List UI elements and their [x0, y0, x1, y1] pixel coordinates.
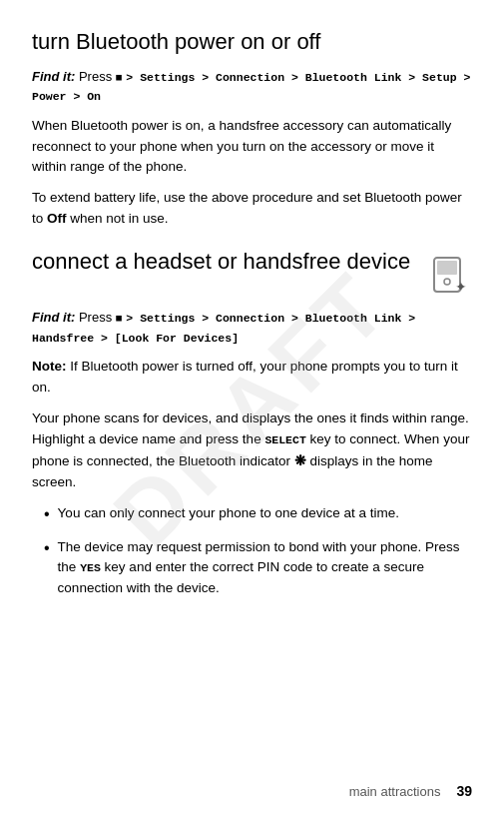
section2-select-key: SELECT: [264, 433, 305, 446]
page-number: 39: [456, 783, 472, 799]
svg-point-2: [444, 279, 450, 285]
section2-header: connect a headset or handsfree device ✦: [32, 248, 472, 298]
bullet-item-1: You can only connect your phone to one d…: [44, 503, 472, 527]
section2-bt-symbol: ❋: [294, 452, 306, 468]
section1-para1: When Bluetooth power is on, a handsfree …: [32, 116, 472, 179]
bullet-item-2: The device may request permission to bon…: [44, 537, 472, 600]
footer-text: main attractions: [349, 784, 441, 799]
section2-find-it: Find it: Press ■ > Settings > Connection…: [32, 308, 472, 347]
section1-para2: To extend battery life, use the above pr…: [32, 188, 472, 230]
section1-find-it-label: Find it:: [32, 69, 75, 84]
section1-title: turn Bluetooth power on or off: [32, 28, 472, 57]
section2-title: connect a headset or handsfree device: [32, 248, 418, 277]
section2-find-it-label: Find it:: [32, 310, 75, 325]
svg-text:✦: ✦: [455, 279, 467, 295]
page-content: DRAFT turn Bluetooth power on or off Fin…: [0, 0, 504, 649]
bullet-1-text: You can only connect your phone to one d…: [58, 503, 399, 524]
bluetooth-headset-icon: ✦: [428, 254, 472, 298]
section1-find-it: Find it: Press ■ > Settings > Connection…: [32, 67, 472, 106]
section1-find-it-press: Press: [79, 69, 116, 84]
section2-note-label: Note:: [32, 359, 67, 374]
svg-rect-1: [437, 261, 457, 275]
section1-menu-icon: ■: [116, 71, 123, 84]
section2-para1: Your phone scans for devices, and displa…: [32, 408, 472, 493]
section2-divider: connect a headset or handsfree device ✦: [32, 248, 472, 298]
bullet-2-text: The device may request permission to bon…: [58, 537, 472, 600]
section2-menu-icon: ■: [116, 312, 123, 325]
section1-para2-bold: Off: [47, 211, 67, 226]
page-footer: main attractions 39: [0, 783, 504, 799]
bullet-list: You can only connect your phone to one d…: [32, 503, 472, 600]
yes-key: YES: [80, 561, 101, 574]
section2-find-it-press: Press: [79, 310, 116, 325]
section1-para2-end: when not in use.: [67, 211, 169, 226]
section2-note: Note: If Bluetooth power is turned off, …: [32, 357, 472, 399]
section2-note-text: If Bluetooth power is turned off, your p…: [32, 359, 458, 395]
